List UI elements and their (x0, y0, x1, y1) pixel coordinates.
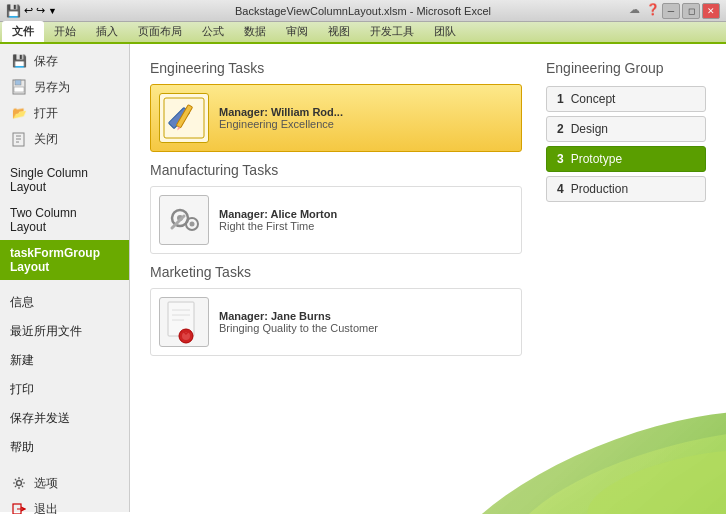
engineering-card-sub: Engineering Excellence (219, 118, 343, 130)
sidebar-open-label: 打开 (34, 105, 58, 122)
qat-undo-icon[interactable]: ↩ (24, 4, 33, 17)
engineering-tasks-title: Engineering Tasks (150, 60, 522, 76)
svg-point-7 (17, 481, 22, 486)
sidebar-save-label: 保存 (34, 53, 58, 70)
restore-button[interactable]: ◻ (682, 3, 700, 19)
close-file-icon (10, 130, 28, 148)
qat-redo-icon[interactable]: ↪ (36, 4, 45, 17)
marketing-card-sub: Bringing Quality to the Customer (219, 322, 378, 334)
sidebar-exit[interactable]: 退出 (0, 496, 129, 514)
open-icon: 📂 (10, 104, 28, 122)
group-label-concept: Concept (571, 92, 616, 106)
sidebar-info[interactable]: 信息 (0, 288, 129, 317)
svg-rect-2 (14, 87, 24, 92)
group-num-1: 1 (557, 92, 564, 106)
group-num-3: 3 (557, 152, 564, 166)
marketing-tasks-title: Marketing Tasks (150, 264, 522, 280)
svg-point-16 (190, 222, 195, 227)
title-bar: 💾 ↩ ↪ ▼ BackstageViewColumnLayout.xlsm -… (0, 0, 726, 22)
engineering-card-icon (159, 93, 209, 143)
group-item-design[interactable]: 2 Design (546, 116, 706, 142)
manufacturing-card-sub: Right the First Time (219, 220, 337, 232)
marketing-card-text: Manager: Jane Burns Bringing Quality to … (219, 310, 378, 334)
group-label-prototype: Prototype (571, 152, 622, 166)
group-label-production: Production (571, 182, 628, 196)
manufacturing-task-card[interactable]: Manager: Alice Morton Right the First Ti… (150, 186, 522, 254)
marketing-task-card[interactable]: Manager: Jane Burns Bringing Quality to … (150, 288, 522, 356)
sidebar-saveas[interactable]: 另存为 (0, 74, 129, 100)
manufacturing-card-title: Manager: Alice Morton (219, 208, 337, 220)
gear-icon (10, 474, 28, 492)
sidebar-exit-label: 退出 (34, 501, 58, 515)
close-button[interactable]: ✕ (702, 3, 720, 19)
window-title: BackstageViewColumnLayout.xlsm - Microso… (0, 5, 726, 17)
main-container: 💾 保存 另存为 📂 打开 关闭 Single ColumnLayout Two… (0, 44, 726, 512)
minimize-button[interactable]: ─ (662, 3, 680, 19)
exit-icon (10, 500, 28, 514)
tab-data[interactable]: 数据 (234, 21, 276, 42)
sidebar-save-send[interactable]: 保存并发送 (0, 404, 129, 433)
tab-developer[interactable]: 开发工具 (360, 21, 424, 42)
content-area: Engineering Tasks Manager: William Rod..… (130, 44, 726, 512)
sidebar-print[interactable]: 打印 (0, 375, 129, 404)
sidebar-open[interactable]: 📂 打开 (0, 100, 129, 126)
sidebar-save[interactable]: 💾 保存 (0, 48, 129, 74)
sidebar-saveas-label: 另存为 (34, 79, 70, 96)
engineering-card-title: Manager: William Rod... (219, 106, 343, 118)
tab-formula[interactable]: 公式 (192, 21, 234, 42)
quick-access-toolbar: 💾 ↩ ↪ ▼ (6, 4, 57, 18)
svg-rect-1 (15, 80, 21, 85)
sidebar-options-label: 选项 (34, 475, 58, 492)
marketing-card-title: Manager: Jane Burns (219, 310, 378, 322)
sidebar-close-label: 关闭 (34, 131, 58, 148)
group-item-prototype[interactable]: 3 Prototype (546, 146, 706, 172)
right-panel: Engineering Group 1 Concept 2 Design 3 P… (546, 60, 706, 496)
tab-home[interactable]: 开始 (44, 21, 86, 42)
manufacturing-card-text: Manager: Alice Morton Right the First Ti… (219, 208, 337, 232)
group-label-design: Design (571, 122, 608, 136)
engineering-task-card[interactable]: Manager: William Rod... Engineering Exce… (150, 84, 522, 152)
left-panel: Engineering Tasks Manager: William Rod..… (150, 60, 522, 496)
group-num-2: 2 (557, 122, 564, 136)
tab-insert[interactable]: 插入 (86, 21, 128, 42)
tab-file[interactable]: 文件 (2, 21, 44, 42)
sidebar-recent[interactable]: 最近所用文件 (0, 317, 129, 346)
save-icon: 💾 (10, 52, 28, 70)
sidebar: 💾 保存 另存为 📂 打开 关闭 Single ColumnLayout Two… (0, 44, 130, 512)
qat-dropdown-icon[interactable]: ▼ (48, 6, 57, 16)
group-item-production[interactable]: 4 Production (546, 176, 706, 202)
help-icon[interactable]: ❓ (646, 3, 660, 19)
sidebar-help[interactable]: 帮助 (0, 433, 129, 462)
group-num-4: 4 (557, 182, 564, 196)
sidebar-new[interactable]: 新建 (0, 346, 129, 375)
window-controls: ☁ ❓ ─ ◻ ✕ (629, 3, 720, 19)
sidebar-two-column[interactable]: Two ColumnLayout (0, 200, 129, 240)
manufacturing-tasks-title: Manufacturing Tasks (150, 162, 522, 178)
engineering-card-text: Manager: William Rod... Engineering Exce… (219, 106, 343, 130)
engineering-group-title: Engineering Group (546, 60, 706, 76)
sidebar-options[interactable]: 选项 (0, 470, 129, 496)
saveas-icon (10, 78, 28, 96)
sidebar-task-form-group[interactable]: taskFormGroupLayout (0, 240, 129, 280)
sidebar-close[interactable]: 关闭 (0, 126, 129, 152)
manufacturing-card-icon (159, 195, 209, 245)
sidebar-single-column[interactable]: Single ColumnLayout (0, 160, 129, 200)
tab-review[interactable]: 审阅 (276, 21, 318, 42)
cloud-icon: ☁ (629, 3, 640, 19)
qat-area: 💾 ↩ ↪ ▼ (6, 4, 57, 18)
tab-team[interactable]: 团队 (424, 21, 466, 42)
qat-save-icon[interactable]: 💾 (6, 4, 21, 18)
ribbon-tabs: 文件 开始 插入 页面布局 公式 数据 审阅 视图 开发工具 团队 (0, 22, 726, 44)
tab-page-layout[interactable]: 页面布局 (128, 21, 192, 42)
marketing-card-icon (159, 297, 209, 347)
tab-view[interactable]: 视图 (318, 21, 360, 42)
group-item-concept[interactable]: 1 Concept (546, 86, 706, 112)
